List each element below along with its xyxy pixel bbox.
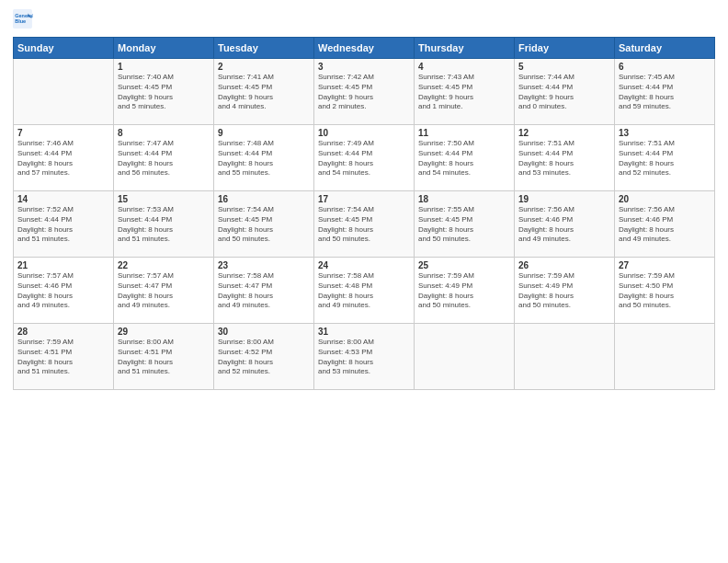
day-info: Sunrise: 7:53 AMSunset: 4:44 PMDaylight:… [118, 205, 210, 245]
calendar-cell: 8Sunrise: 7:47 AMSunset: 4:44 PMDaylight… [114, 125, 214, 191]
calendar-cell [415, 324, 515, 390]
day-info: Sunrise: 8:00 AMSunset: 4:53 PMDaylight:… [318, 338, 410, 377]
day-info: Sunrise: 8:00 AMSunset: 4:52 PMDaylight:… [218, 338, 310, 377]
calendar-cell: 14Sunrise: 7:52 AMSunset: 4:44 PMDayligh… [14, 191, 114, 258]
calendar-cell: 20Sunrise: 7:56 AMSunset: 4:46 PMDayligh… [615, 191, 715, 258]
calendar-cell: 2Sunrise: 7:41 AMSunset: 4:45 PMDaylight… [214, 59, 314, 125]
header-row: SundayMondayTuesdayWednesdayThursdayFrid… [14, 38, 715, 59]
day-info: Sunrise: 7:56 AMSunset: 4:46 PMDaylight:… [619, 205, 711, 245]
column-header-sunday: Sunday [14, 38, 114, 59]
day-number: 23 [218, 260, 310, 270]
day-number: 27 [619, 260, 711, 270]
day-number: 4 [418, 62, 510, 72]
day-number: 30 [218, 327, 310, 337]
week-row-5: 28Sunrise: 7:59 AMSunset: 4:51 PMDayligh… [14, 324, 715, 390]
calendar-cell: 1Sunrise: 7:40 AMSunset: 4:45 PMDaylight… [114, 59, 214, 125]
day-info: Sunrise: 7:58 AMSunset: 4:48 PMDaylight:… [318, 271, 410, 311]
day-number: 7 [17, 128, 109, 138]
calendar-cell [14, 59, 114, 125]
calendar-cell: 30Sunrise: 8:00 AMSunset: 4:52 PMDayligh… [214, 324, 314, 390]
day-info: Sunrise: 7:40 AMSunset: 4:45 PMDaylight:… [118, 73, 210, 112]
day-number: 9 [218, 128, 310, 138]
day-number: 22 [118, 260, 210, 270]
header: General Blue [13, 9, 715, 29]
day-number: 13 [619, 128, 711, 138]
day-number: 28 [17, 327, 109, 337]
calendar-cell: 12Sunrise: 7:51 AMSunset: 4:44 PMDayligh… [515, 125, 615, 191]
calendar-cell: 9Sunrise: 7:48 AMSunset: 4:44 PMDaylight… [214, 125, 314, 191]
calendar-cell: 23Sunrise: 7:58 AMSunset: 4:47 PMDayligh… [214, 258, 314, 324]
day-number: 31 [318, 327, 410, 337]
calendar-cell: 11Sunrise: 7:50 AMSunset: 4:44 PMDayligh… [415, 125, 515, 191]
day-info: Sunrise: 7:57 AMSunset: 4:47 PMDaylight:… [118, 271, 210, 311]
day-info: Sunrise: 7:59 AMSunset: 4:51 PMDaylight:… [17, 338, 109, 377]
day-number: 24 [318, 260, 410, 270]
week-row-2: 7Sunrise: 7:46 AMSunset: 4:44 PMDaylight… [14, 125, 715, 191]
day-info: Sunrise: 7:54 AMSunset: 4:45 PMDaylight:… [218, 205, 310, 245]
calendar-cell: 29Sunrise: 8:00 AMSunset: 4:51 PMDayligh… [114, 324, 214, 390]
calendar-cell: 31Sunrise: 8:00 AMSunset: 4:53 PMDayligh… [314, 324, 415, 390]
day-info: Sunrise: 7:47 AMSunset: 4:44 PMDaylight:… [118, 139, 210, 178]
week-row-4: 21Sunrise: 7:57 AMSunset: 4:46 PMDayligh… [14, 258, 715, 324]
calendar-cell: 15Sunrise: 7:53 AMSunset: 4:44 PMDayligh… [114, 191, 214, 258]
calendar-cell: 7Sunrise: 7:46 AMSunset: 4:44 PMDaylight… [14, 125, 114, 191]
week-row-3: 14Sunrise: 7:52 AMSunset: 4:44 PMDayligh… [14, 191, 715, 258]
day-number: 26 [518, 260, 610, 270]
calendar-cell: 28Sunrise: 7:59 AMSunset: 4:51 PMDayligh… [14, 324, 114, 390]
day-info: Sunrise: 7:58 AMSunset: 4:47 PMDaylight:… [218, 271, 310, 311]
day-number: 19 [518, 194, 610, 204]
calendar-cell: 26Sunrise: 7:59 AMSunset: 4:49 PMDayligh… [515, 258, 615, 324]
day-number: 29 [118, 327, 210, 337]
day-info: Sunrise: 7:57 AMSunset: 4:46 PMDaylight:… [17, 271, 109, 311]
day-number: 25 [418, 260, 510, 270]
day-info: Sunrise: 7:42 AMSunset: 4:45 PMDaylight:… [318, 73, 410, 112]
day-number: 15 [118, 194, 210, 204]
day-number: 1 [118, 62, 210, 72]
day-info: Sunrise: 7:41 AMSunset: 4:45 PMDaylight:… [218, 73, 310, 112]
day-info: Sunrise: 7:56 AMSunset: 4:46 PMDaylight:… [518, 205, 610, 245]
day-number: 18 [418, 194, 510, 204]
day-info: Sunrise: 7:44 AMSunset: 4:44 PMDaylight:… [518, 73, 610, 112]
calendar-cell: 6Sunrise: 7:45 AMSunset: 4:44 PMDaylight… [615, 59, 715, 125]
calendar-cell: 24Sunrise: 7:58 AMSunset: 4:48 PMDayligh… [314, 258, 415, 324]
week-row-1: 1Sunrise: 7:40 AMSunset: 4:45 PMDaylight… [14, 59, 715, 125]
calendar-cell: 21Sunrise: 7:57 AMSunset: 4:46 PMDayligh… [14, 258, 114, 324]
day-info: Sunrise: 7:52 AMSunset: 4:44 PMDaylight:… [17, 205, 109, 245]
day-info: Sunrise: 7:48 AMSunset: 4:44 PMDaylight:… [218, 139, 310, 178]
calendar-cell: 25Sunrise: 7:59 AMSunset: 4:49 PMDayligh… [415, 258, 515, 324]
day-number: 14 [17, 194, 109, 204]
column-header-monday: Monday [114, 38, 214, 59]
calendar-cell: 3Sunrise: 7:42 AMSunset: 4:45 PMDaylight… [314, 59, 415, 125]
calendar-cell: 18Sunrise: 7:55 AMSunset: 4:45 PMDayligh… [415, 191, 515, 258]
day-info: Sunrise: 7:43 AMSunset: 4:45 PMDaylight:… [418, 73, 510, 112]
calendar-cell: 13Sunrise: 7:51 AMSunset: 4:44 PMDayligh… [615, 125, 715, 191]
day-number: 8 [118, 128, 210, 138]
day-number: 11 [418, 128, 510, 138]
day-number: 2 [218, 62, 310, 72]
day-number: 10 [318, 128, 410, 138]
day-info: Sunrise: 7:46 AMSunset: 4:44 PMDaylight:… [17, 139, 109, 178]
day-number: 16 [218, 194, 310, 204]
day-info: Sunrise: 7:55 AMSunset: 4:45 PMDaylight:… [418, 205, 510, 245]
day-info: Sunrise: 7:51 AMSunset: 4:44 PMDaylight:… [518, 139, 610, 178]
column-header-tuesday: Tuesday [214, 38, 314, 59]
calendar-cell: 5Sunrise: 7:44 AMSunset: 4:44 PMDaylight… [515, 59, 615, 125]
calendar-cell: 22Sunrise: 7:57 AMSunset: 4:47 PMDayligh… [114, 258, 214, 324]
day-info: Sunrise: 7:59 AMSunset: 4:50 PMDaylight:… [619, 271, 711, 311]
day-number: 17 [318, 194, 410, 204]
calendar-cell [615, 324, 715, 390]
logo: General Blue [13, 9, 35, 29]
day-number: 20 [619, 194, 711, 204]
day-info: Sunrise: 7:59 AMSunset: 4:49 PMDaylight:… [518, 271, 610, 311]
day-number: 5 [518, 62, 610, 72]
column-header-saturday: Saturday [615, 38, 715, 59]
calendar-cell: 17Sunrise: 7:54 AMSunset: 4:45 PMDayligh… [314, 191, 415, 258]
day-number: 12 [518, 128, 610, 138]
calendar-cell [515, 324, 615, 390]
day-number: 21 [17, 260, 109, 270]
column-header-thursday: Thursday [415, 38, 515, 59]
svg-text:Blue: Blue [15, 18, 26, 24]
logo-icon: General Blue [13, 9, 33, 29]
calendar-table: SundayMondayTuesdayWednesdayThursdayFrid… [13, 37, 715, 390]
day-number: 6 [619, 62, 711, 72]
